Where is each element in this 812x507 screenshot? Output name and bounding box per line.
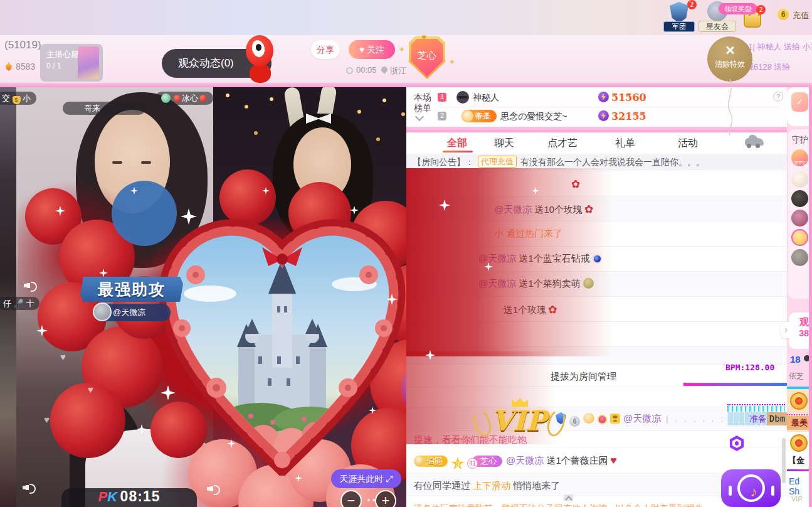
gold-medal-icon[interactable] [790,392,808,410]
tab-activity[interactable]: 活动 [678,137,698,150]
sparkle-icon: ✦ [399,45,405,54]
rank-user-name[interactable]: 神秘人 [473,92,499,104]
chord-chunk: Dbm [767,412,788,425]
medal-icon [161,93,171,103]
rank-score: 51560 [611,92,646,104]
tab-talent[interactable]: 点才艺 [547,137,577,150]
bingxin-tag: 冰心 [156,92,213,105]
ic-medal-icon [598,415,607,424]
progress-gradient-bar [683,383,787,386]
follow-button[interactable]: ♥ 关注 [349,40,395,59]
mute-icon[interactable] [24,280,36,291]
recharge-link[interactable]: 充值 [793,10,809,21]
task-icon[interactable]: ✓ [791,92,808,112]
guardian-avatar[interactable] [791,229,808,246]
energy-coin-icon [598,92,609,102]
zhixin-badge[interactable]: 芝心 [409,36,445,79]
share-button[interactable]: 分享 [311,40,340,59]
legion-label[interactable]: 军团 [663,21,695,32]
zoom-in-button[interactable]: + [375,490,396,507]
tab-gifts[interactable]: 礼单 [615,137,635,150]
bpm-readout: BPM:128.00 [725,363,774,372]
chat-user-name[interactable]: @天微凉 [506,455,544,466]
stream-duration: 00:05 [356,65,377,75]
zoom-out-button[interactable]: − [340,490,362,507]
spectrum-dotted-line [727,404,785,405]
tab-chat[interactable]: 聊天 [494,137,514,150]
bg-earl-icon: 伯爵 [414,456,448,467]
lyric-strip: 准备 [727,412,767,425]
string-lights [226,93,229,97]
bg-znum-icon: 41 [467,458,478,469]
top-left-tag: 交 $ 小 [0,92,36,105]
claim-reward-tip[interactable]: 领取奖励 [719,3,757,14]
mute-icon[interactable] [23,483,35,493]
song-title[interactable]: 18 [790,354,801,365]
active-tab-underline [443,151,473,152]
rank-title[interactable]: 本场榜单 [414,92,431,114]
legion-shield-icon[interactable] [670,2,688,23]
ic-user-icon [610,414,620,424]
vip-faint-label: VIP [791,495,803,503]
apple-icon [174,95,181,102]
legion-badge-count: 2 [687,0,697,9]
guardian-avatar[interactable] [791,249,808,266]
best-assist-banner: 最强助攻 [80,277,183,302]
wish-progress: 0 / 1 [46,61,61,70]
guardian-avatar[interactable] [791,190,808,207]
chat-text: 有位同学通过 [414,480,473,491]
guardian-badge-avatar[interactable]: 守护2 [791,149,808,166]
vip-entrance-effect: VIP [477,400,562,442]
best-tag: 最美 [787,416,812,430]
chat-text: | . . . . . : [666,415,725,424]
moneybag-icon: $ [13,96,21,104]
agent-recharge-tag[interactable]: 代理充值 [478,156,517,168]
wish-thumbnail [78,46,99,79]
wish-title: 主播心愿 [46,49,79,60]
gold-medal-icon[interactable] [790,434,808,452]
close-icon [725,45,735,55]
assist-badge-circle [112,181,177,246]
guardian-title: 守护 [792,134,808,146]
anchor-wish-card[interactable]: 主播心愿 0 / 1 [40,44,103,82]
chat-text: 送1个蔷薇庄园 [544,455,608,466]
help-icon[interactable]: ? [773,92,783,102]
sidebar-top-card[interactable]: ✓ [787,87,812,126]
collapse-icon[interactable] [564,494,573,501]
rank-user-name[interactable]: 思念の愛恨交芝~ [500,111,567,122]
top-bar: 军团 2 星友会 领取奖励 2 6 充值 [0,0,812,35]
bg-star-icon: 3 [451,457,465,471]
rose-overlay-spill [406,168,613,356]
balloon-string [721,78,746,137]
coin-icon: 6 [778,9,789,20]
moment-button[interactable]: 天涯共此时 ⤢ [331,469,401,488]
ic-rabbit-icon [583,413,594,424]
room-header: (51019) 8583 主播心愿 0 / 1 观众动态(0) 分享 ♥ 关注 … [0,35,812,83]
avatar [93,302,112,321]
car-icon[interactable] [745,138,764,146]
metronome-icon: ♪ [737,474,765,502]
star-club-label[interactable]: 星友会 [699,21,736,32]
mute-icon[interactable] [207,484,219,494]
gold-tag: 【金 [788,455,804,466]
assist-user-pill[interactable]: @天微凉 [94,304,171,321]
tab-all[interactable]: 全部 [447,137,467,150]
sparkle-icon: ✦ [449,58,455,67]
chat-scrollbar[interactable] [782,438,786,483]
chat-text: 悄悄地来了 [510,480,560,491]
guardian-avatar[interactable] [791,210,808,227]
ic-six-icon: 6 [569,416,580,427]
clock-icon [346,67,353,74]
mic-queue-tag[interactable]: 仔 🎤 十 [0,297,40,310]
top-divider-strip [0,83,812,87]
pk-timer: PK 08:15 [61,488,197,507]
chevron-down-icon[interactable] [415,112,424,121]
mystery-avatar [456,91,469,104]
chat-user-name[interactable]: @天微凉 [623,413,661,424]
disheng-badge: 帝圣 [461,110,497,122]
clear-effects-button[interactable]: 清除特效 [707,36,752,82]
music-app-icon[interactable]: ♪ [721,469,781,507]
location-pin-icon [380,65,389,74]
guardian-avatar[interactable] [791,171,808,188]
heart-castle-gift [157,200,408,476]
